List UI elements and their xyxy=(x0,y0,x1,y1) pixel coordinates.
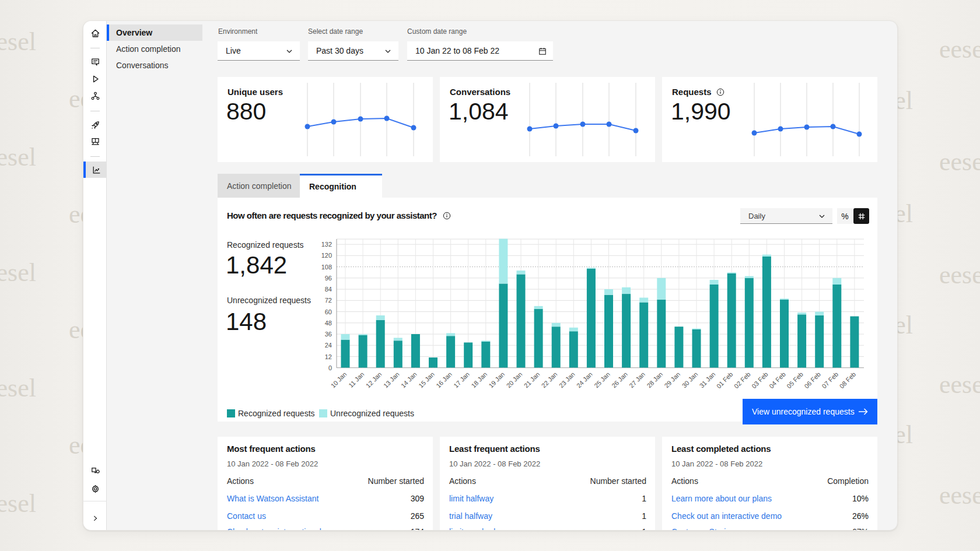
svg-text:08 Feb: 08 Feb xyxy=(838,371,858,390)
svg-text:21 Jan: 21 Jan xyxy=(523,371,541,389)
svg-text:24 Jan: 24 Jan xyxy=(575,371,594,389)
svg-text:12 Jan: 12 Jan xyxy=(365,371,383,389)
svg-text:06 Feb: 06 Feb xyxy=(803,371,822,390)
svg-text:04 Feb: 04 Feb xyxy=(768,371,787,390)
svg-text:13 Jan: 13 Jan xyxy=(382,371,401,389)
svg-text:26 Jan: 26 Jan xyxy=(610,371,629,389)
svg-text:20 Jan: 20 Jan xyxy=(505,371,524,389)
svg-text:24: 24 xyxy=(325,342,332,349)
svg-text:120: 120 xyxy=(321,252,332,259)
svg-text:30 Jan: 30 Jan xyxy=(681,371,699,389)
svg-text:15 Jan: 15 Jan xyxy=(417,371,436,389)
svg-text:03 Feb: 03 Feb xyxy=(750,371,769,390)
svg-text:10 Jan: 10 Jan xyxy=(330,371,348,389)
svg-text:29 Jan: 29 Jan xyxy=(663,371,681,389)
svg-text:96: 96 xyxy=(325,275,332,282)
svg-text:0: 0 xyxy=(328,364,332,371)
svg-text:36: 36 xyxy=(325,331,332,338)
svg-text:48: 48 xyxy=(325,320,332,327)
svg-text:60: 60 xyxy=(325,308,332,315)
svg-text:05 Feb: 05 Feb xyxy=(785,371,804,390)
svg-text:01 Feb: 01 Feb xyxy=(715,371,734,390)
svg-text:12: 12 xyxy=(325,353,332,360)
svg-text:72: 72 xyxy=(325,297,332,304)
svg-text:108: 108 xyxy=(321,264,332,271)
svg-text:02 Feb: 02 Feb xyxy=(733,371,752,390)
svg-text:18 Jan: 18 Jan xyxy=(470,371,488,389)
svg-text:14 Jan: 14 Jan xyxy=(400,371,418,389)
svg-text:28 Jan: 28 Jan xyxy=(645,371,664,389)
svg-text:19 Jan: 19 Jan xyxy=(487,371,506,389)
svg-text:11 Jan: 11 Jan xyxy=(347,371,365,389)
svg-text:16 Jan: 16 Jan xyxy=(435,371,453,389)
svg-text:84: 84 xyxy=(325,286,332,293)
svg-text:07 Feb: 07 Feb xyxy=(821,371,840,390)
svg-text:17 Jan: 17 Jan xyxy=(452,371,471,389)
svg-text:31 Jan: 31 Jan xyxy=(698,371,717,389)
svg-text:22 Jan: 22 Jan xyxy=(540,371,559,389)
svg-text:23 Jan: 23 Jan xyxy=(558,371,576,389)
svg-text:25 Jan: 25 Jan xyxy=(593,371,611,389)
svg-text:132: 132 xyxy=(321,241,332,248)
svg-text:27 Jan: 27 Jan xyxy=(628,371,646,389)
